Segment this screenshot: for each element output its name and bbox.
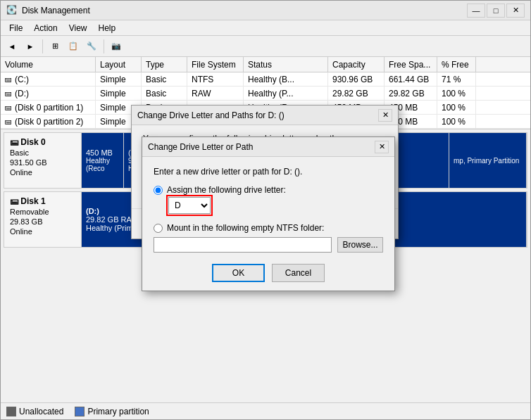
mount-radio-row: Mount in the following empty NTFS folder… [154, 223, 383, 253]
disk-legend: Unallocated Primary partition [1, 402, 530, 419]
menu-view[interactable]: View [63, 22, 93, 34]
title-bar-controls: — □ ✕ [467, 4, 525, 18]
drive-icon-c: 🖴 [5, 75, 12, 83]
assign-radio-row: Assign the following drive letter: D E F… [154, 185, 383, 216]
toolbar-settings[interactable]: 🔧 [83, 38, 100, 55]
assign-radio-container: Assign the following drive letter: [154, 185, 383, 195]
dialog-change-drive-letter-path: Change Drive Letter or Path ✕ Enter a ne… [142, 136, 395, 291]
disk-0-name: 🖴 Disk 0 [10, 137, 75, 147]
td-free-d: 29.82 GB [385, 87, 437, 100]
td-pct-p2: 100 % [437, 115, 476, 128]
col-header-status: Status [244, 57, 328, 72]
title-bar-left: 💽 Disk Management [6, 5, 90, 16]
drive-letter-row: D E F G H [166, 195, 383, 216]
part-status: Healthy (Reco [86, 157, 119, 172]
drive-icon-d: 🖴 [5, 89, 12, 97]
td-volume-p2: 🖴 (Disk 0 partition 2) [1, 115, 96, 128]
app-icon: 💽 [6, 5, 18, 16]
toolbar-refresh[interactable]: ⊞ [46, 38, 63, 55]
td-pct-d: 100 % [437, 87, 476, 100]
mount-radio-container: Mount in the following empty NTFS folder… [154, 223, 383, 233]
disk-0-size: 931.50 GB [10, 158, 75, 167]
table-row[interactable]: 🖴 (D:) Simple Basic RAW Healthy (P... 29… [1, 87, 530, 101]
disk-1-name: 🖴 Disk 1 [10, 196, 75, 206]
ntfs-folder-input[interactable] [154, 237, 332, 253]
col-header-fs: File System [187, 57, 244, 72]
disk-0-partition-recovery[interactable]: 450 MB Healthy (Reco [82, 133, 124, 188]
close-button[interactable]: ✕ [506, 4, 525, 18]
drive-letter-select-wrapper: D E F G H [166, 195, 213, 216]
legend-primary: Primary partition [75, 407, 149, 416]
part-label: mp, Primary Partition [454, 157, 522, 165]
toolbar-back[interactable]: ◄ [4, 38, 20, 55]
legend-primary-label: Primary partition [87, 407, 149, 416]
td-status-c: Healthy (B... [244, 72, 328, 86]
assign-radio-input[interactable] [154, 186, 163, 195]
td-pct-p1: 100 % [437, 101, 476, 114]
col-header-type: Type [142, 57, 187, 72]
legend-unallocated: Unallocated [6, 407, 63, 416]
legend-unallocated-box [6, 407, 16, 416]
dialog-inner-cancel-button[interactable]: Cancel [272, 264, 325, 282]
maximize-button[interactable]: □ [487, 4, 505, 18]
td-pct-c: 71 % [437, 72, 476, 86]
dialog-inner-titlebar: Change Drive Letter or Path ✕ [142, 137, 394, 157]
table-row[interactable]: 🖴 (C:) Simple Basic NTFS Healthy (B... 9… [1, 72, 530, 87]
disk-0-type: Basic [10, 148, 75, 157]
menu-action[interactable]: Action [28, 22, 63, 34]
menu-help[interactable]: Help [93, 22, 122, 34]
dialog-outer-close-button[interactable]: ✕ [378, 109, 392, 122]
td-layout-c: Simple [96, 72, 142, 86]
dialog-inner-close-button[interactable]: ✕ [375, 141, 389, 153]
td-cap-c: 930.96 GB [328, 72, 385, 86]
table-header: Volume Layout Type File System Status Ca… [1, 57, 530, 72]
dialog-outer-title: Change Drive Letter and Paths for D: () [137, 110, 285, 120]
toolbar-sep-1 [42, 39, 43, 53]
toolbar-camera[interactable]: 📷 [108, 38, 125, 55]
td-volume-c: 🖴 (C:) [1, 72, 96, 86]
title-bar: 💽 Disk Management — □ ✕ [1, 1, 530, 20]
disk-icon: 🖴 [10, 137, 18, 147]
main-window: 💽 Disk Management — □ ✕ File Action View… [0, 0, 531, 420]
disk-1-status: Online [10, 227, 75, 236]
td-type-d: Basic [142, 87, 187, 100]
col-header-volume: Volume [1, 57, 96, 72]
td-fs-d: RAW [187, 87, 244, 100]
disk-1-type: Removable [10, 208, 75, 216]
toolbar-forward[interactable]: ► [22, 38, 39, 55]
td-volume-d: 🖴 (D:) [1, 87, 96, 100]
drive-icon-p1: 🖴 [5, 103, 12, 111]
td-type-c: Basic [142, 72, 187, 86]
col-header-layout: Layout [96, 57, 142, 72]
dialog-inner-ok-button[interactable]: OK [212, 264, 265, 282]
disk-icon-1: 🖴 [10, 196, 18, 206]
radio-group: Assign the following drive letter: D E F… [154, 185, 383, 253]
mount-radio-input[interactable] [154, 224, 163, 233]
toolbar-clipboard[interactable]: 📋 [65, 38, 82, 55]
disk-0-label: 🖴 Disk 0 Basic 931.50 GB Online [4, 133, 82, 188]
col-header-capacity: Capacity [328, 57, 385, 72]
drive-letter-select[interactable]: D E F G H [168, 197, 211, 214]
legend-primary-box [75, 407, 85, 416]
drive-icon-p2: 🖴 [5, 117, 12, 125]
mount-radio-label: Mount in the following empty NTFS folder… [167, 223, 324, 233]
assign-radio-label: Assign the following drive letter: [167, 185, 286, 195]
window-title: Disk Management [22, 6, 90, 15]
td-layout-d: Simple [96, 87, 142, 100]
legend-unallocated-label: Unallocated [19, 407, 63, 416]
col-header-free: Free Spa... [385, 57, 437, 72]
browse-button[interactable]: Browse... [337, 237, 383, 253]
td-cap-d: 29.82 GB [328, 87, 385, 100]
menu-file[interactable]: File [4, 22, 28, 34]
part-size: 450 MB [86, 148, 119, 157]
ntfs-folder-row: Browse... [154, 237, 383, 253]
minimize-button[interactable]: — [467, 4, 485, 18]
col-header-pct: % Free [437, 57, 476, 72]
dialog-inner-title: Change Drive Letter or Path [148, 142, 253, 152]
menu-bar: File Action View Help [1, 20, 530, 36]
dialog-outer-titlebar: Change Drive Letter and Paths for D: () … [132, 106, 398, 125]
dialog-inner-instruction: Enter a new drive letter or path for D: … [154, 167, 383, 177]
dialog-inner-body: Enter a new drive letter or path for D: … [142, 157, 394, 258]
disk-0-partition-efi[interactable]: mp, Primary Partition [449, 133, 527, 188]
toolbar: ◄ ► ⊞ 📋 🔧 📷 [1, 36, 530, 57]
